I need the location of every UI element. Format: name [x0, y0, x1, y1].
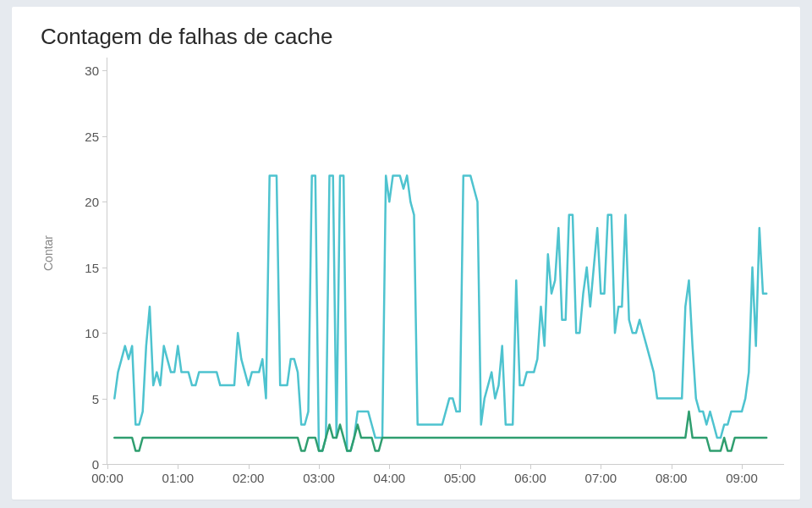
- series-line-cache-misses-a: [114, 175, 766, 450]
- x-tick-mark: [601, 464, 601, 469]
- y-tick-mark: [102, 136, 107, 137]
- line-chart-svg: [107, 58, 784, 464]
- x-tick-mark: [178, 464, 178, 469]
- x-tick-mark: [389, 464, 390, 469]
- x-tick-mark: [530, 464, 531, 469]
- x-tick-mark: [249, 464, 250, 469]
- y-tick-mark: [102, 268, 107, 268]
- x-tick-mark: [672, 464, 672, 469]
- x-tick-mark: [460, 464, 461, 469]
- plot-area: 05101520253000:0001:0002:0003:0004:0005:…: [107, 58, 784, 465]
- y-tick-mark: [102, 70, 107, 71]
- y-tick-mark: [102, 333, 107, 334]
- chart-title: Contagem de falhas de cache: [41, 24, 332, 50]
- series-line-cache-misses-b: [114, 411, 766, 450]
- x-tick-mark: [107, 464, 108, 469]
- y-tick-mark: [102, 202, 107, 202]
- chart-panel: Contagem de falhas de cache Contar 05101…: [12, 7, 800, 500]
- x-tick-mark: [742, 464, 743, 469]
- y-tick-mark: [102, 399, 107, 400]
- y-axis-label: Contar: [41, 235, 55, 271]
- x-tick-mark: [319, 464, 320, 469]
